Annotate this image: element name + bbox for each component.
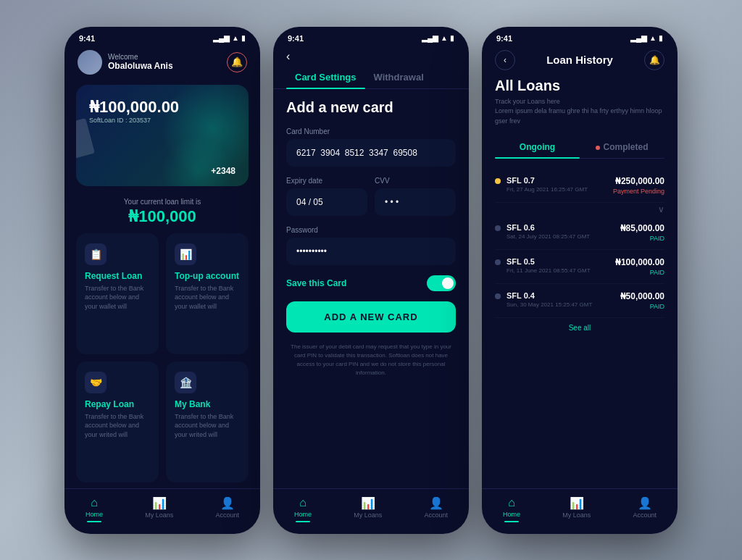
card-number-input[interactable]	[286, 139, 456, 167]
nav-account-3[interactable]: 👤 Account	[633, 496, 656, 522]
loan-id-0: SFL 0.7	[507, 176, 588, 185]
time-3: 9:41	[496, 34, 512, 43]
expiry-label: Expiry date	[286, 177, 367, 185]
nav-account-2[interactable]: 👤 Account	[424, 496, 448, 522]
loan-id-1: SFL 0.6	[507, 223, 590, 232]
wifi-icon-3: ▲	[649, 34, 656, 42]
bank-desc: Transfer to the Bank account below and y…	[175, 412, 240, 440]
phone-2: 9:41 ▂▄▆ ▲ ▮ ‹ Card Settings Withdrawal …	[273, 27, 469, 534]
home-icon: ⌂	[91, 496, 98, 509]
status-bar-1: 9:41 ▂▄▆ ▲ ▮	[64, 27, 260, 46]
cvv-input[interactable]	[375, 188, 456, 216]
loan-amount-1: ₦85,000.00	[620, 223, 664, 233]
tab-ongoing[interactable]: Ongoing	[495, 136, 580, 158]
loan-item-3[interactable]: SFL 0.4 Sun, 30 May 2021 15:25:47 GMT ₦5…	[495, 284, 664, 318]
loans-icon-3: 📊	[570, 496, 584, 510]
topup-title: Top-up account	[175, 271, 240, 281]
loan-item-0[interactable]: SFL 0.7 Fri, 27 Aug 2021 16:25:47 GMT ₦2…	[495, 169, 664, 203]
nav-loans-1[interactable]: 📊 My Loans	[145, 496, 173, 522]
save-card-label: Save this Card	[286, 278, 346, 288]
loan-date-3: Sun, 30 May 2021 15:25:47 GMT	[507, 301, 592, 308]
password-label: Password	[286, 226, 456, 234]
loan-right-2: ₦100,000.00 PAID	[615, 257, 664, 276]
nav-loans-3[interactable]: 📊 My Loans	[562, 496, 591, 522]
expand-arrow-0[interactable]: ∨	[495, 203, 664, 216]
request-loan-desc: Transfer to the Bank account below and y…	[85, 284, 150, 312]
expiry-input[interactable]	[286, 188, 367, 216]
loan-right-1: ₦85,000.00 PAID	[620, 223, 664, 242]
phone-1: 9:41 ▂▄▆ ▲ ▮ Welcome Obaloluwa Anis 🔔	[64, 27, 260, 534]
nav-indicator-3	[504, 521, 519, 522]
action-my-bank[interactable]: 🏦 My Bank Transfer to the Bank account b…	[166, 362, 249, 482]
password-input[interactable]	[286, 238, 456, 265]
expiry-group: Expiry date	[286, 177, 367, 216]
nav-account-label-3: Account	[633, 511, 656, 519]
save-card-toggle[interactable]	[427, 275, 456, 291]
loan-info-2: SFL 0.5 Fri, 11 June 2021 08:55:47 GMT	[507, 257, 591, 274]
signal-icons-3: ▂▄▆ ▲ ▮	[630, 34, 663, 42]
avatar	[78, 50, 102, 75]
loan-item-1[interactable]: SFL 0.6 Sat, 24 July 2021 08:25:47 GMT ₦…	[495, 216, 664, 250]
nav-home-label-2: Home	[294, 511, 312, 518]
bell-icon-3[interactable]: 🔔	[644, 50, 664, 70]
loan-left-0: SFL 0.7 Fri, 27 Aug 2021 16:25:47 GMT	[495, 176, 588, 193]
nav-home-1[interactable]: ⌂ Home	[86, 496, 103, 522]
loan-id-2: SFL 0.5	[507, 257, 591, 266]
tab-withdrawal[interactable]: Withdrawal	[365, 66, 433, 88]
loan-status-3: PAID	[620, 303, 664, 310]
account-icon: 👤	[220, 496, 235, 510]
battery-icon-2: ▮	[450, 34, 454, 42]
wifi-icon-2: ▲	[441, 34, 448, 42]
tab-card-settings[interactable]: Card Settings	[286, 66, 365, 88]
save-card-row: Save this Card	[286, 275, 456, 291]
home-icon-2: ⌂	[299, 496, 307, 509]
disclaimer-text: The issuer of your debit card may reques…	[286, 343, 456, 377]
repay-title: Repay Loan	[85, 399, 150, 409]
loan-info-1: SFL 0.6 Sat, 24 July 2021 08:25:47 GMT	[507, 223, 590, 240]
bank-icon: 🏦	[175, 372, 196, 393]
card-last4: +2348	[89, 166, 235, 176]
add-card-button[interactable]: ADD A NEW CARD	[286, 301, 456, 333]
welcome-label: Welcome	[108, 53, 173, 61]
notification-bell[interactable]: 🔔	[227, 52, 247, 72]
account-icon-3: 👤	[638, 496, 652, 510]
cvv-label: CVV	[375, 177, 456, 185]
bottom-nav-2: ⌂ Home 📊 My Loans 👤 Account	[273, 488, 469, 534]
loans-icon-2: 📊	[361, 496, 375, 510]
loan-history-title: Loan History	[546, 54, 613, 66]
loan-left-3: SFL 0.4 Sun, 30 May 2021 15:25:47 GMT	[495, 291, 592, 308]
loan-item-2[interactable]: SFL 0.5 Fri, 11 June 2021 08:55:47 GMT ₦…	[495, 250, 664, 284]
p3-header: ‹ Loan History 🔔	[482, 46, 678, 78]
loan-dot-1	[495, 225, 501, 231]
nav-home-2[interactable]: ⌂ Home	[294, 496, 312, 522]
loan-amount-0: ₦250,000.00	[613, 176, 664, 186]
topup-desc: Transfer to the Bank account below and y…	[175, 284, 240, 312]
loan-limit-amount: ₦100,000	[78, 207, 247, 226]
nav-indicator	[87, 521, 101, 522]
loan-status-2: PAID	[615, 269, 664, 276]
card-number-label: Card Number	[286, 128, 456, 135]
loan-status-0: Payment Pending	[613, 188, 664, 195]
nav-account-1[interactable]: 👤 Account	[215, 496, 239, 522]
completed-dot	[596, 146, 600, 150]
action-repay-loan[interactable]: 🤝 Repay Loan Transfer to the Bank accoun…	[76, 362, 159, 482]
loan-left-2: SFL 0.5 Fri, 11 June 2021 08:55:47 GMT	[495, 257, 591, 274]
signal-icon-2: ▂▄▆	[422, 34, 438, 42]
action-topup[interactable]: 📊 Top-up account Transfer to the Bank ac…	[166, 233, 249, 354]
card-top: ₦100,000.00 SoftLoan ID : 203537	[89, 98, 235, 124]
p3-subtitle: Track your Loans here Lorem ipsum dela f…	[495, 97, 664, 127]
signal-icons-2: ▂▄▆ ▲ ▮	[422, 34, 454, 42]
see-all-button[interactable]: See all	[495, 324, 664, 332]
nav-loans-label-2: My Loans	[354, 511, 382, 519]
back-button-2[interactable]: ‹	[273, 46, 469, 66]
tab-completed[interactable]: Completed	[580, 136, 664, 158]
loan-amount-2: ₦100,000.00	[615, 257, 664, 267]
nav-home-3[interactable]: ⌂ Home	[503, 496, 520, 522]
user-text: Welcome Obaloluwa Anis	[108, 53, 173, 71]
loan-right-3: ₦50,000.00 PAID	[620, 291, 664, 310]
back-button-3[interactable]: ‹	[495, 50, 515, 70]
add-card-title: Add a new card	[286, 99, 456, 116]
nav-loans-2[interactable]: 📊 My Loans	[354, 496, 382, 522]
repay-desc: Transfer to the Bank account below and y…	[85, 412, 150, 440]
action-request-loan[interactable]: 📋 Request Loan Transfer to the Bank acco…	[76, 233, 159, 354]
